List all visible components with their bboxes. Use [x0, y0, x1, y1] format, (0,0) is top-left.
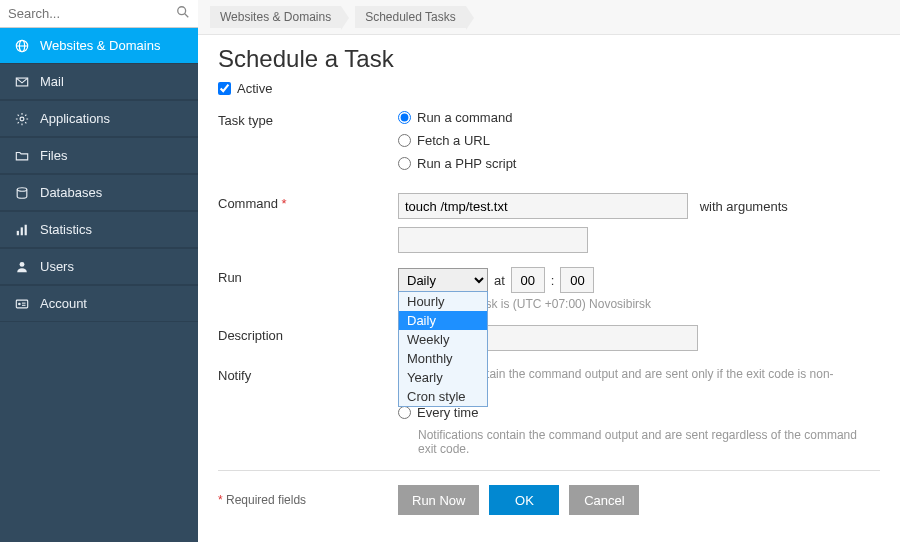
svg-point-6: [20, 117, 24, 121]
dropdown-option-daily[interactable]: Daily: [399, 311, 487, 330]
command-label: Command: [218, 196, 278, 211]
sidebar-item-label: Files: [40, 148, 67, 163]
active-checkbox[interactable]: [218, 82, 231, 95]
notify-every-desc: Notifications contain the command output…: [418, 428, 878, 456]
svg-point-11: [20, 261, 25, 266]
search-input[interactable]: [8, 6, 176, 21]
dropdown-option-monthly[interactable]: Monthly: [399, 349, 487, 368]
with-arguments-label: with arguments: [700, 199, 788, 214]
breadcrumb-item[interactable]: Scheduled Tasks: [355, 6, 466, 28]
cancel-button[interactable]: Cancel: [569, 485, 639, 515]
sidebar-item-account[interactable]: Account: [0, 285, 198, 322]
radio-run-php[interactable]: [398, 157, 411, 170]
sidebar-item-users[interactable]: Users: [0, 248, 198, 285]
svg-point-7: [17, 187, 27, 191]
breadcrumb-item[interactable]: Websites & Domains: [210, 6, 341, 28]
run-now-button[interactable]: Run Now: [398, 485, 479, 515]
run-minute-input[interactable]: [560, 267, 594, 293]
sidebar-item-files[interactable]: Files: [0, 137, 198, 174]
svg-rect-12: [16, 300, 27, 308]
task-type-label: Task type: [218, 110, 398, 128]
sidebar-item-label: Account: [40, 296, 87, 311]
sidebar-item-databases[interactable]: Databases: [0, 174, 198, 211]
radio-notify-every-label: Every time: [417, 405, 478, 420]
sidebar: Websites & Domains Mail Applications Fil…: [0, 0, 198, 542]
sidebar-item-mail[interactable]: Mail: [0, 63, 198, 100]
run-frequency-dropdown: Hourly Daily Weekly Monthly Yearly Cron …: [398, 291, 488, 407]
dropdown-option-hourly[interactable]: Hourly: [399, 292, 487, 311]
sidebar-item-label: Databases: [40, 185, 102, 200]
radio-run-command-label: Run a command: [417, 110, 512, 125]
radio-fetch-url-label: Fetch a URL: [417, 133, 490, 148]
required-fields-label: Required fields: [226, 493, 306, 507]
radio-run-command[interactable]: [398, 111, 411, 124]
globe-icon: [14, 39, 30, 53]
ok-button[interactable]: OK: [489, 485, 559, 515]
sidebar-item-label: Users: [40, 259, 74, 274]
radio-run-php-label: Run a PHP script: [417, 156, 516, 171]
dropdown-option-yearly[interactable]: Yearly: [399, 368, 487, 387]
radio-fetch-url[interactable]: [398, 134, 411, 147]
run-hour-input[interactable]: [511, 267, 545, 293]
run-frequency-select[interactable]: Daily: [398, 268, 488, 292]
required-star: *: [218, 493, 226, 507]
page-title: Schedule a Task: [218, 45, 880, 73]
svg-point-13: [18, 302, 21, 305]
run-colon: :: [551, 273, 555, 288]
run-label: Run: [218, 267, 398, 285]
dropdown-option-weekly[interactable]: Weekly: [399, 330, 487, 349]
sidebar-item-label: Statistics: [40, 222, 92, 237]
sidebar-item-label: Websites & Domains: [40, 38, 160, 53]
search-icon[interactable]: [176, 5, 190, 22]
svg-rect-9: [21, 227, 23, 235]
description-label: Description: [218, 325, 398, 343]
svg-rect-10: [25, 224, 27, 235]
svg-rect-8: [17, 230, 19, 234]
separator: [218, 470, 880, 471]
stats-icon: [14, 223, 30, 237]
main-content: Websites & Domains Scheduled Tasks Sched…: [198, 0, 900, 542]
mail-icon: [14, 75, 30, 89]
arguments-input[interactable]: [398, 227, 588, 253]
card-icon: [14, 297, 30, 311]
user-icon: [14, 260, 30, 274]
sidebar-item-statistics[interactable]: Statistics: [0, 211, 198, 248]
svg-point-0: [178, 7, 186, 15]
gear-icon: [14, 112, 30, 126]
svg-line-1: [185, 14, 189, 18]
radio-notify-every[interactable]: [398, 406, 411, 419]
run-at-label: at: [494, 273, 505, 288]
folder-icon: [14, 149, 30, 163]
notify-label: Notify: [218, 365, 398, 383]
sidebar-item-applications[interactable]: Applications: [0, 100, 198, 137]
sidebar-item-label: Applications: [40, 111, 110, 126]
active-label: Active: [237, 81, 272, 96]
sidebar-item-websites-domains[interactable]: Websites & Domains: [0, 28, 198, 63]
required-star: *: [282, 196, 287, 211]
command-input[interactable]: [398, 193, 688, 219]
search-box: [0, 0, 198, 28]
database-icon: [14, 186, 30, 200]
sidebar-item-label: Mail: [40, 74, 64, 89]
breadcrumb: Websites & Domains Scheduled Tasks: [198, 0, 900, 35]
dropdown-option-cron[interactable]: Cron style: [399, 387, 487, 406]
